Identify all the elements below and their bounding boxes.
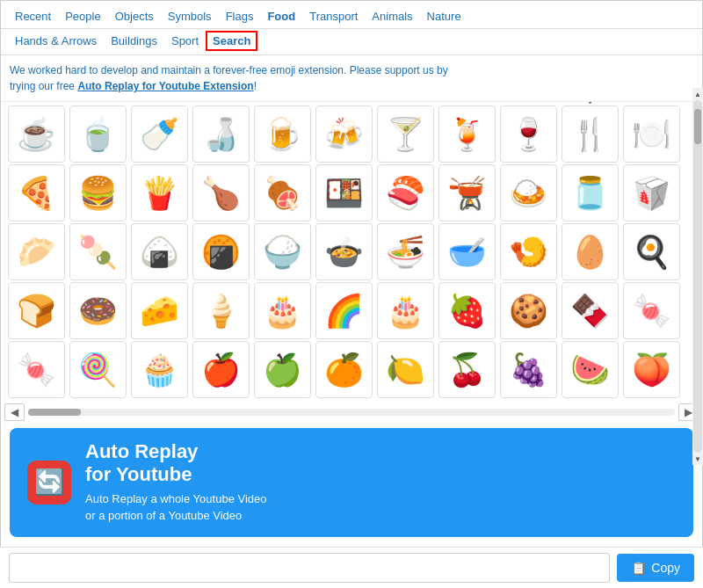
emoji-cell[interactable]: 🥣	[438, 223, 496, 280]
info-text2: trying our free	[10, 80, 77, 92]
scroll-down[interactable]: ▼	[692, 453, 703, 465]
emoji-cell[interactable]: 🧁	[131, 341, 188, 398]
emoji-cell[interactable]: 🎂	[254, 282, 311, 339]
emoji-cell[interactable]: 🍭	[69, 341, 127, 398]
nav-hands[interactable]: Hands & Arrows	[8, 31, 104, 51]
emoji-cell[interactable]: 🍜	[377, 223, 434, 280]
emoji-cell[interactable]: 🍣	[377, 164, 434, 221]
vertical-scrollbar: ▲ ▼	[692, 88, 703, 465]
emoji-cell[interactable]: 🍕	[8, 164, 65, 221]
emoji-cell[interactable]: 🍽️	[623, 105, 680, 163]
nav-search[interactable]: Search	[206, 31, 257, 51]
emoji-cell[interactable]: 🍗	[192, 164, 250, 221]
nav-row2: Hands & Arrows Buildings Sport Search	[1, 29, 702, 55]
nav-people[interactable]: People	[58, 6, 107, 26]
emoji-cell[interactable]: 🍫	[562, 282, 619, 339]
nav-transport[interactable]: Transport	[302, 6, 365, 26]
emoji-cell[interactable]: 🧀	[131, 282, 188, 339]
emoji-cell[interactable]: 🍴Fried Shrimp	[562, 105, 619, 163]
copy-label: Copy	[651, 561, 680, 575]
copy-button[interactable]: 📋 Copy	[617, 554, 694, 582]
emoji-cell[interactable]: 🍔	[69, 164, 127, 221]
emoji-cell[interactable]: 🍙	[131, 223, 188, 280]
emoji-cell[interactable]: 🥚	[562, 223, 619, 280]
emoji-cell[interactable]: 🍬	[8, 341, 65, 398]
emoji-cell[interactable]: 🍳	[623, 223, 680, 280]
emoji-cell[interactable]: 🍶	[192, 105, 250, 163]
scroll-left[interactable]: ◀	[4, 403, 25, 421]
emoji-cell[interactable]: 🫙	[562, 164, 619, 221]
emoji-cell[interactable]: 🍟	[131, 164, 188, 221]
emoji-cell[interactable]: 🍹	[438, 105, 496, 163]
emoji-cell[interactable]: 🍦	[192, 282, 250, 339]
emoji-cell[interactable]: 🍚	[254, 223, 311, 280]
nav-animals[interactable]: Animals	[365, 6, 419, 26]
emoji-cell[interactable]: 🍖	[254, 164, 311, 221]
vsb-track[interactable]	[693, 100, 702, 453]
emoji-cell[interactable]: 🍑	[623, 341, 680, 398]
nav-flags[interactable]: Flags	[219, 6, 261, 26]
promo-title: Auto Replayfor Youtube	[85, 440, 676, 487]
emoji-cell[interactable]: 🌈	[315, 282, 373, 339]
emoji-cell[interactable]: 🍓	[438, 282, 496, 339]
info-text1: We worked hard to develop and maintain a…	[10, 64, 448, 76]
promo-text-block: Auto Replayfor Youtube Auto Replay a who…	[85, 440, 676, 525]
emoji-cell[interactable]: 🍺	[254, 105, 311, 163]
bottom-bar: 📋 Copy	[0, 547, 703, 588]
emoji-cell[interactable]: 🍪	[500, 282, 557, 339]
emoji-cell[interactable]: 🍵	[69, 105, 127, 163]
emoji-cell[interactable]: 🥡	[623, 164, 680, 221]
scroll-track[interactable]	[28, 409, 675, 416]
emoji-cell[interactable]: 🍻	[315, 105, 373, 163]
promo-description: Auto Replay a whole Youtube Videoor a po…	[85, 490, 676, 525]
nav-sport[interactable]: Sport	[164, 31, 206, 51]
emoji-cell[interactable]: 🍷	[500, 105, 557, 163]
emoji-cell[interactable]: 🍱	[315, 164, 373, 221]
emoji-cell[interactable]: 🍇	[500, 341, 557, 398]
emoji-cell[interactable]: 🍲	[315, 223, 373, 280]
promo-icon: 🔄	[27, 461, 71, 505]
scroll-thumb	[28, 409, 81, 416]
promo-icon-symbol: 🔄	[34, 468, 65, 497]
emoji-cell[interactable]: 🍛	[500, 164, 557, 221]
emoji-cell[interactable]: ☕	[8, 105, 65, 163]
emoji-cell[interactable]: 🍋	[377, 341, 434, 398]
emoji-grid-container: ☕🍵🍼🍶🍺🍻🍸🍹🍷🍴Fried Shrimp🍽️🍕🍔🍟🍗🍖🍱🍣🫕🍛🫙🥡🥟🍡🍙🍘🍚…	[1, 102, 702, 402]
emoji-cell[interactable]: 🫕	[438, 164, 496, 221]
emoji-cell[interactable]: 🎂	[377, 282, 434, 339]
emoji-cell[interactable]: 🍤	[500, 223, 557, 280]
vsb-thumb	[694, 109, 701, 144]
nav-food[interactable]: Food	[260, 6, 302, 26]
emoji-cell[interactable]: 🍉	[562, 341, 619, 398]
nav-objects[interactable]: Objects	[108, 6, 161, 26]
emoji-cell[interactable]: 🍬	[623, 282, 680, 339]
emoji-cell[interactable]: 🍎	[192, 341, 250, 398]
emoji-cell[interactable]: 🍩	[69, 282, 127, 339]
nav-symbols[interactable]: Symbols	[161, 6, 219, 26]
scroll-up[interactable]: ▲	[692, 88, 703, 100]
nav-nature[interactable]: Nature	[420, 6, 468, 26]
emoji-cell[interactable]: 🍸	[377, 105, 434, 163]
emoji-search-input[interactable]	[9, 553, 610, 583]
nav-buildings[interactable]: Buildings	[104, 31, 164, 51]
emoji-cell[interactable]: 🍏	[254, 341, 311, 398]
emoji-cell[interactable]: 🍊	[315, 341, 373, 398]
emoji-cell[interactable]: 🍘	[192, 223, 250, 280]
emoji-cell[interactable]: 🍡	[69, 223, 127, 280]
emoji-grid: ☕🍵🍼🍶🍺🍻🍸🍹🍷🍴Fried Shrimp🍽️🍕🍔🍟🍗🍖🍱🍣🫕🍛🫙🥡🥟🍡🍙🍘🍚…	[8, 105, 683, 398]
horizontal-scrollbar: ◀ ▶	[1, 402, 702, 423]
nav-recent[interactable]: Recent	[8, 6, 58, 26]
emoji-cell[interactable]: 🍼	[131, 105, 188, 163]
promo-banner[interactable]: 🔄 Auto Replayfor Youtube Auto Replay a w…	[10, 428, 693, 537]
info-text3: !	[254, 80, 257, 92]
emoji-cell[interactable]: 🍞	[8, 282, 65, 339]
copy-icon: 📋	[631, 561, 646, 575]
nav-row1: Recent People Objects Symbols Flags Food…	[1, 1, 702, 29]
emoji-cell[interactable]: 🥟	[8, 223, 65, 280]
emoji-cell[interactable]: 🍒	[438, 341, 496, 398]
info-link[interactable]: Auto Replay for Youtube Extension	[77, 80, 253, 92]
info-bar: We worked hard to develop and maintain a…	[1, 55, 702, 102]
